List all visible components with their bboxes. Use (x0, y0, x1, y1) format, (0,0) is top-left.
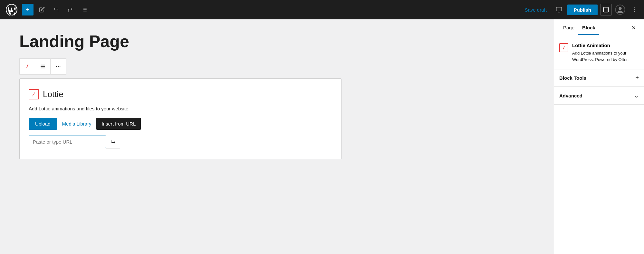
list-view-button[interactable] (79, 4, 90, 15)
block-tools-expand-icon: + (635, 75, 639, 81)
advanced-collapse-icon: ⌄ (634, 92, 639, 99)
svg-point-22 (60, 66, 60, 67)
svg-point-16 (634, 11, 635, 12)
block-tools-label: Block Tools (559, 75, 586, 81)
undo-button[interactable] (50, 4, 62, 15)
advanced-section: Advanced ⌄ (554, 87, 644, 105)
insert-url-button[interactable]: Insert from URL (96, 118, 141, 130)
media-library-button[interactable]: Media Library (57, 118, 97, 130)
page-title: Landing Page (19, 32, 534, 51)
lottie-block-icon: / (29, 89, 39, 99)
svg-point-15 (634, 9, 635, 10)
svg-point-20 (56, 66, 57, 67)
redo-button[interactable] (64, 4, 76, 15)
wordpress-logo (4, 0, 19, 19)
main-area: Landing Page / (0, 19, 644, 254)
topbar: + Save draft (0, 0, 644, 19)
publish-button[interactable]: Publish (567, 5, 598, 15)
upload-button[interactable]: Upload (29, 118, 57, 130)
block-info-icon: / (559, 43, 568, 52)
tab-block[interactable]: Block (578, 20, 599, 35)
block-tools-toggle[interactable]: Block Tools + (554, 69, 644, 86)
user-avatar-button[interactable] (614, 4, 626, 15)
editor: Landing Page / (0, 19, 554, 254)
add-block-button[interactable]: + (22, 4, 34, 15)
tab-page[interactable]: Page (559, 20, 578, 35)
block-toolbar: / (19, 58, 66, 75)
right-sidebar: Page Block / Lottie Animation Add Lottie… (554, 19, 644, 254)
lottie-block-title: Lottie (43, 89, 63, 99)
svg-point-13 (619, 7, 621, 10)
block-more-options-button[interactable] (51, 59, 66, 74)
url-input[interactable] (29, 136, 106, 148)
svg-point-21 (58, 66, 59, 67)
block-tools-section: Block Tools + (554, 69, 644, 87)
lottie-block-icon-button[interactable]: / (20, 59, 35, 74)
block-info-title: Lottie Animation (572, 43, 639, 48)
more-options-button[interactable] (629, 4, 640, 15)
lottie-block: / Lottie Add Lottie animations and files… (19, 78, 341, 159)
lottie-block-header: / Lottie (29, 89, 332, 99)
advanced-label: Advanced (559, 93, 582, 98)
svg-point-14 (634, 7, 635, 8)
sidebar-toggle-button[interactable] (600, 4, 612, 15)
url-submit-button[interactable] (106, 135, 120, 148)
save-draft-button[interactable]: Save draft (521, 5, 550, 15)
preview-button[interactable] (553, 4, 565, 15)
advanced-toggle[interactable]: Advanced ⌄ (554, 87, 644, 104)
url-input-row (29, 135, 332, 148)
sidebar-tabs: Page Block (554, 19, 644, 36)
block-align-button[interactable] (35, 59, 51, 74)
block-info-section: / Lottie Animation Add Lottie animations… (554, 36, 644, 69)
lottie-block-actions: Upload Media Library Insert from URL (29, 118, 332, 130)
block-info-text: Lottie Animation Add Lottie animations t… (572, 43, 639, 63)
sidebar-close-button[interactable] (629, 23, 639, 33)
lottie-block-description: Add Lottie animations and files to your … (29, 106, 332, 111)
block-info-description: Add Lottie animations to your WordPress.… (572, 50, 639, 63)
svg-rect-9 (604, 7, 609, 12)
svg-rect-6 (556, 7, 562, 11)
edit-icon-button[interactable] (36, 4, 48, 15)
